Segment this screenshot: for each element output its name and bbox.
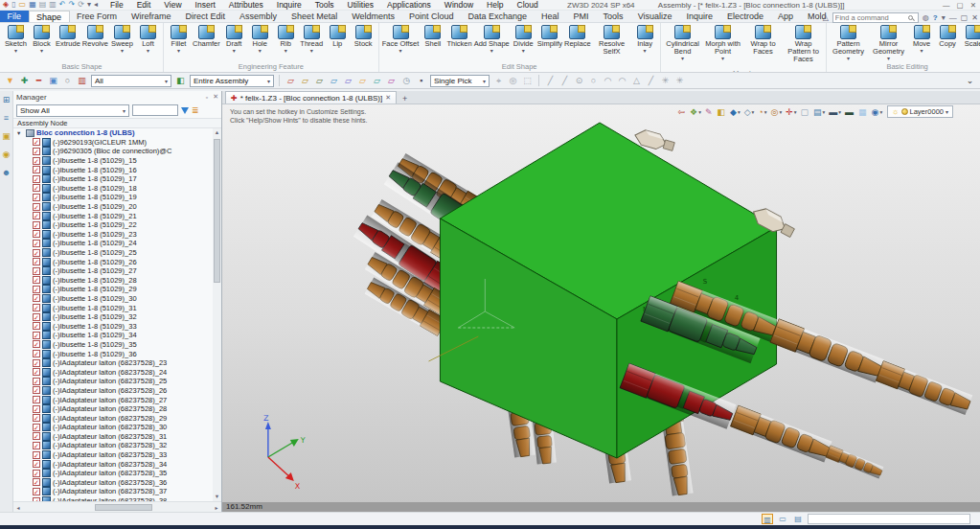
ribbon-button[interactable]: Scale xyxy=(961,24,980,54)
tree-column-header[interactable]: Assembly Node xyxy=(17,119,68,127)
dropdown-caret-icon[interactable]: ▾ xyxy=(399,48,402,54)
ribbon-tab[interactable]: Tools xyxy=(596,11,630,22)
show-filter-combo[interactable]: Show All xyxy=(16,104,129,117)
server-status-icon[interactable]: ▤ xyxy=(792,514,804,524)
scroll-down-icon[interactable]: ▼ xyxy=(213,493,221,501)
tree-node[interactable]: ✓ (-)Ibusette 1-8 (51029)_15 xyxy=(13,156,213,166)
ribbon-button[interactable]: Block▾ xyxy=(29,24,55,54)
child-close-icon[interactable]: ✕ xyxy=(971,12,978,23)
visibility-checkbox-icon[interactable]: ✓ xyxy=(33,432,40,440)
ribbon-tab[interactable]: App xyxy=(771,11,801,22)
ribbon-tab[interactable]: Electrode xyxy=(720,11,771,22)
tree-node[interactable]: ✓ (-)IAdaptateur laiton (68237528)_36 xyxy=(13,478,213,488)
document-tab[interactable]: ✚ * felix-1.Z3 - [Bloc connection 1-8 (U… xyxy=(225,91,397,104)
side-tab-icon[interactable]: ⊞ xyxy=(3,95,11,104)
selection-tool-icon[interactable]: ▼ xyxy=(4,75,16,87)
child-restore-icon[interactable]: ▢ xyxy=(961,12,969,23)
layer-caret-icon[interactable]: ▾ xyxy=(946,108,948,115)
ribbon-tab[interactable]: Free Form xyxy=(70,11,125,22)
ribbon-button[interactable]: Fillet▾ xyxy=(166,24,192,54)
dropdown-caret-icon[interactable]: ▾ xyxy=(644,48,647,54)
menu-item[interactable]: Utilities xyxy=(341,0,380,11)
tree-node[interactable]: ✓ (-)Ibusette 1-8 (51029)_34 xyxy=(13,331,213,340)
menu-item[interactable]: Edit xyxy=(130,0,158,11)
find-command-box[interactable] xyxy=(832,12,919,23)
selection-tool-icon[interactable]: ━ xyxy=(33,75,45,87)
child-minimize-icon[interactable]: — xyxy=(949,12,957,23)
scope-combo[interactable]: Entire Assembly xyxy=(190,75,274,87)
selection-right-icon[interactable]: ◎ xyxy=(507,75,519,87)
visibility-checkbox-icon[interactable]: ✓ xyxy=(33,212,40,219)
tree-node[interactable]: ✓ (-)Ibusette 1-8 (51029)_18 xyxy=(13,184,213,194)
ribbon-button[interactable]: Face Offset▾ xyxy=(381,24,421,54)
ribbon-button[interactable]: Move▾ xyxy=(909,24,935,54)
find-command-input[interactable] xyxy=(835,13,908,22)
display-options-icon[interactable]: ≣ xyxy=(192,105,199,115)
dropdown-caret-icon[interactable]: ▾ xyxy=(14,48,17,54)
tree-root-node[interactable]: ▾ Bloc connection 1-8 (ULBS) xyxy=(13,128,213,138)
menu-item[interactable]: Help xyxy=(480,0,510,11)
dropdown-caret-icon[interactable]: ▾ xyxy=(147,48,149,54)
selection-mid-icon[interactable]: ▪ xyxy=(415,75,427,87)
ribbon-button[interactable]: Morph with Point▾ xyxy=(703,24,743,61)
tree-node[interactable]: ✓ (-)IAdaptateur laiton (68237528)_30 xyxy=(13,423,213,432)
dropdown-caret-icon[interactable]: ▾ xyxy=(285,48,287,54)
view-tool-icon[interactable]: ◆▾ xyxy=(730,106,741,118)
dropdown-caret-icon[interactable]: ▾ xyxy=(310,48,313,54)
tree-node[interactable]: ✓ (-)IAdaptateur laiton (68237528)_29 xyxy=(13,413,213,423)
tree-vertical-scrollbar[interactable]: ▲ ▼ xyxy=(213,128,221,501)
selection-tool-icon[interactable]: ▣ xyxy=(47,75,59,87)
ribbon-tab[interactable]: Point Cloud xyxy=(402,11,462,22)
ribbon-button[interactable]: Wrap to Faces xyxy=(743,24,784,61)
ribbon-button[interactable]: Shell xyxy=(420,24,445,54)
panel-toggle-icon[interactable]: ▥ xyxy=(762,514,773,524)
tree-node[interactable]: ✓ (-)Ibusette 1-8 (51029)_24 xyxy=(13,239,213,248)
help-caret-icon[interactable]: ▾ xyxy=(942,12,946,23)
view-tool-icon[interactable]: ◎▾ xyxy=(771,106,783,118)
ribbon-button[interactable]: Rib▾ xyxy=(273,24,299,54)
ribbon-button[interactable]: Mirror Geometry▾ xyxy=(869,24,909,61)
expand-chevron-icon[interactable]: ▾ xyxy=(17,129,24,137)
pick-filter-icon[interactable]: ▱ xyxy=(356,75,369,87)
ribbon-tab[interactable]: File xyxy=(0,11,29,22)
selection-right-icon[interactable]: ⌖ xyxy=(492,75,505,87)
pick-filter-icon[interactable]: ▱ xyxy=(313,75,326,87)
ribbon-button[interactable]: Draft▾ xyxy=(221,24,247,54)
view-tool-icon[interactable]: ▦ xyxy=(858,106,868,118)
visibility-checkbox-icon[interactable]: ✓ xyxy=(33,396,40,403)
tree-node[interactable]: ✓ (-)IAdaptateur laiton (68237528)_35 xyxy=(13,469,213,478)
tree-node[interactable]: ✓ (-)96290305 (Bloc de connection)@C xyxy=(13,147,213,156)
ribbon-button[interactable]: Thread▾ xyxy=(299,24,325,54)
pick-filter-icon[interactable]: ▱ xyxy=(299,75,311,87)
ribbon-tab[interactable]: Visualize xyxy=(630,11,679,22)
menu-item[interactable]: Window xyxy=(438,0,480,11)
pick-filter-icon[interactable]: ▱ xyxy=(285,75,297,87)
new-tab-button[interactable]: + xyxy=(397,94,413,104)
qat-icon[interactable]: ◈ xyxy=(3,0,9,10)
dropdown-caret-icon[interactable]: ▾ xyxy=(887,56,890,61)
visibility-checkbox-icon[interactable]: ✓ xyxy=(33,497,40,501)
qat-icon[interactable]: ▦ xyxy=(29,0,36,10)
help-icon[interactable]: ? xyxy=(933,12,938,23)
selection-tool-icon[interactable]: ▥ xyxy=(76,75,88,87)
visibility-checkbox-icon[interactable]: ✓ xyxy=(33,157,40,165)
tree-node[interactable]: ✓ (-)Ibusette 1-8 (51029)_23 xyxy=(13,230,213,240)
menu-item[interactable]: Attributes xyxy=(222,0,270,11)
visibility-checkbox-icon[interactable]: ✓ xyxy=(33,442,40,449)
ribbon-button[interactable]: Divide▾ xyxy=(511,24,536,54)
visibility-checkbox-icon[interactable]: ✓ xyxy=(33,304,40,311)
menu-item[interactable]: Inquire xyxy=(270,0,308,11)
menu-item[interactable]: Tools xyxy=(308,0,341,11)
dropdown-caret-icon[interactable]: ▾ xyxy=(681,56,684,61)
view-tool-icon[interactable]: ◧ xyxy=(717,106,726,118)
pick-filter-icon[interactable]: ▱ xyxy=(342,75,354,87)
ribbon-button[interactable]: Thicken xyxy=(445,24,472,54)
menu-item[interactable]: Insert xyxy=(189,0,222,11)
tree-node[interactable]: ✓ (-)Ibusette 1-8 (51029)_20 xyxy=(13,202,213,212)
visibility-checkbox-icon[interactable]: ✓ xyxy=(33,267,40,275)
pin-icon[interactable]: △ xyxy=(823,12,829,23)
tree-node[interactable]: ✓ (-)Ibusette 1-8 (51029)_16 xyxy=(13,165,213,174)
tree-horizontal-scrollbar[interactable]: ◂ ▸ xyxy=(13,501,221,512)
dropdown-caret-icon[interactable]: ▾ xyxy=(490,48,493,54)
tree-node[interactable]: ✓ (-)Ibusette 1-8 (51029)_27 xyxy=(13,266,213,276)
